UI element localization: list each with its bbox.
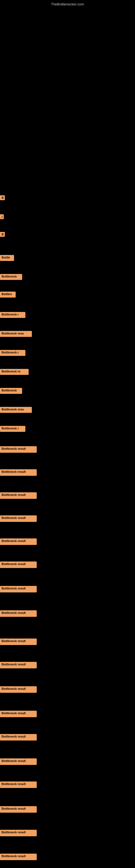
bottleneck-result-item[interactable]: Bottlen [0, 291, 16, 298]
bottleneck-result-item[interactable]: Bottleneck result [0, 516, 37, 522]
bottleneck-result-item[interactable]: Bottleneck result [0, 806, 37, 813]
bottleneck-result-item[interactable]: Bottleneck result [0, 586, 37, 592]
bottleneck-result-item[interactable]: Bottleneck result [0, 830, 37, 836]
bottleneck-result-item[interactable]: Bottleneck r [0, 426, 26, 432]
bottleneck-result-item[interactable]: Bottleneck r [0, 350, 26, 356]
site-title: TheBottlenecker.com [51, 2, 84, 6]
bottleneck-result-item[interactable]: | [0, 214, 4, 219]
bottleneck-result-item[interactable]: Bottleneck result [0, 781, 37, 788]
bottleneck-result-item[interactable]: Bottleneck result [0, 854, 37, 860]
bottleneck-result-item[interactable]: Bottleneck [0, 388, 22, 394]
bottleneck-result-item[interactable]: Bottleneck result [0, 561, 37, 568]
bottleneck-result-item[interactable]: Bottleneck result [0, 734, 37, 741]
bottleneck-result-item[interactable]: Bottleneck result [0, 711, 37, 717]
bottleneck-result-item[interactable]: Bottleneck result [0, 492, 37, 499]
bottleneck-result-item[interactable]: Bottleneck result [0, 610, 37, 617]
bottleneck-result-item[interactable]: Bottleneck resu [0, 407, 32, 413]
bottleneck-result-item[interactable]: B [0, 195, 5, 200]
bottleneck-result-item[interactable]: Bottleneck result [0, 469, 37, 476]
bottleneck-result-item[interactable]: Bottleneck result [0, 662, 37, 669]
bottleneck-result-item[interactable]: Bottleneck resu [0, 331, 32, 337]
bottleneck-result-item[interactable]: Bottleneck result [0, 446, 37, 453]
bottleneck-result-item[interactable]: Bottleneck result [0, 686, 37, 693]
bottleneck-result-item[interactable]: B [0, 232, 5, 237]
bottleneck-result-item[interactable]: Bottleneck result [0, 538, 37, 545]
bottleneck-result-item[interactable]: Bottleneck r [0, 312, 26, 318]
bottleneck-result-item[interactable]: Bottle [0, 255, 14, 261]
bottleneck-result-item[interactable]: Bottleneck result [0, 639, 37, 645]
bottleneck-result-item[interactable]: Bottleneck re [0, 369, 29, 375]
bottleneck-result-item[interactable]: Bottleneck result [0, 758, 37, 765]
bottleneck-result-item[interactable]: Bottleneck [0, 274, 22, 280]
